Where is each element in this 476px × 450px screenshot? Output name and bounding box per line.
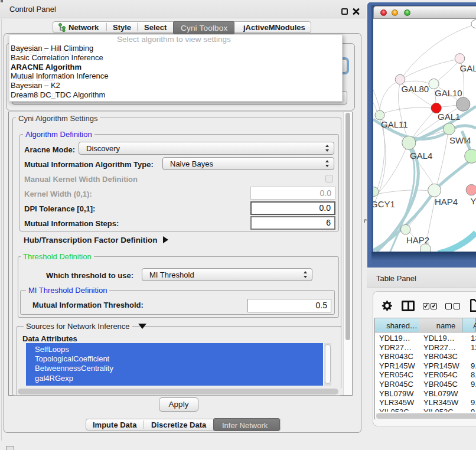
- svg-text:GAL4: GAL4: [410, 151, 432, 161]
- svg-text:GAL10: GAL10: [435, 88, 462, 98]
- svg-text:GAL2: GAL2: [460, 63, 476, 73]
- svg-text:YEL0: YEL0: [471, 195, 476, 206]
- svg-text:GAL11: GAL11: [381, 119, 408, 129]
- svg-text:HAP4: HAP4: [435, 197, 458, 207]
- svg-text:SWI4: SWI4: [449, 135, 471, 145]
- svg-text:GAL80: GAL80: [402, 84, 429, 94]
- svg-text:GAL1: GAL1: [438, 112, 460, 122]
- svg-text:GCY1: GCY1: [373, 199, 395, 209]
- svg-text:HAP2: HAP2: [406, 235, 429, 245]
